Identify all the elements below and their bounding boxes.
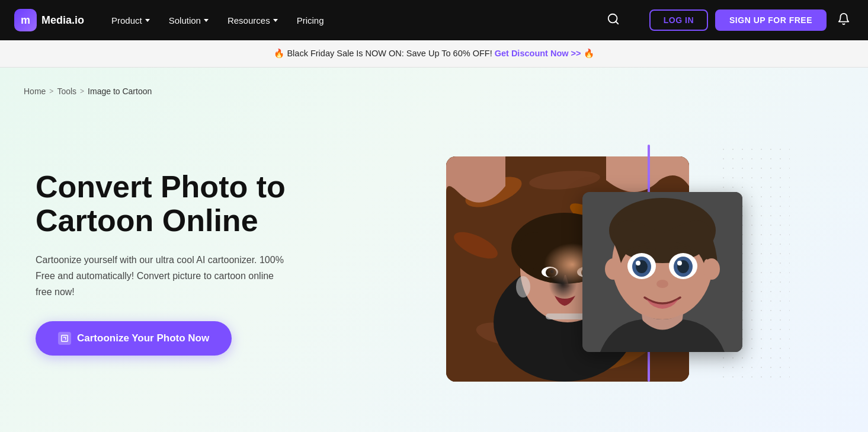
chevron-down-icon — [145, 19, 150, 22]
breadcrumb: Home > Tools > Image to Cartoon — [0, 77, 868, 105]
banner-cta-link[interactable]: Get Discount Now >> — [495, 49, 581, 58]
breadcrumb-home[interactable]: Home — [24, 87, 46, 96]
login-button[interactable]: LOG IN — [649, 9, 708, 31]
fire-icon-left: 🔥 — [274, 49, 284, 58]
svg-point-9 — [474, 318, 536, 350]
logo[interactable]: m Media.io — [14, 9, 84, 31]
chevron-down-icon — [204, 19, 209, 22]
svg-point-30 — [703, 258, 720, 280]
svg-point-39 — [656, 280, 668, 288]
cartoon-photo — [582, 192, 742, 352]
svg-rect-2 — [62, 335, 68, 342]
hero-image-area — [355, 139, 844, 388]
breadcrumb-separator-1: > — [49, 87, 53, 95]
promo-banner: 🔥 Black Friday Sale Is NOW ON: Save Up T… — [0, 40, 868, 68]
svg-point-24 — [516, 276, 530, 297]
nav-item-pricing[interactable]: Pricing — [289, 11, 332, 30]
svg-point-38 — [677, 261, 682, 265]
svg-point-13 — [508, 290, 561, 318]
nav-item-solution[interactable]: Solution — [161, 11, 217, 30]
page-title: Convert Photo to Cartoon Online — [36, 170, 332, 238]
breadcrumb-tools[interactable]: Tools — [57, 87, 76, 96]
hero-section: Convert Photo to Cartoon Online Cartooni… — [0, 105, 868, 432]
chevron-down-icon — [273, 19, 278, 22]
svg-point-29 — [605, 258, 622, 280]
svg-point-17 — [542, 267, 558, 277]
svg-point-6 — [528, 168, 600, 191]
nav-actions: LOG IN SIGN UP FOR FREE — [649, 9, 854, 32]
signup-button[interactable]: SIGN UP FOR FREE — [715, 9, 827, 31]
svg-point-7 — [450, 226, 501, 264]
fire-icon-right: 🔥 — [584, 49, 594, 58]
upload-icon — [58, 332, 71, 345]
banner-text: Black Friday Sale Is NOW ON: Save Up To … — [287, 49, 492, 58]
breadcrumb-current: Image to Cartoon — [88, 87, 152, 96]
breadcrumb-separator-2: > — [80, 87, 84, 95]
hero-left: Convert Photo to Cartoon Online Cartooni… — [36, 170, 332, 356]
svg-point-19 — [546, 268, 556, 277]
svg-point-37 — [636, 261, 640, 265]
bell-icon[interactable] — [834, 9, 854, 32]
navbar: m Media.io Product Solution Resources Pr… — [0, 0, 868, 40]
nav-item-product[interactable]: Product — [103, 11, 158, 30]
svg-point-4 — [462, 171, 526, 213]
logo-icon: m — [14, 9, 37, 31]
main-content: Home > Tools > Image to Cartoon Convert … — [0, 68, 868, 432]
search-icon[interactable] — [603, 9, 623, 32]
svg-line-1 — [616, 21, 618, 24]
image-comparison — [446, 145, 754, 382]
cartoonize-button[interactable]: Cartoonize Your Photo Now — [36, 321, 232, 356]
logo-text: Media.io — [41, 14, 84, 27]
svg-point-11 — [525, 352, 579, 376]
nav-items: Product Solution Resources Pricing — [103, 11, 584, 30]
nav-item-resources[interactable]: Resources — [219, 11, 286, 30]
svg-point-21 — [550, 270, 554, 273]
hero-description: Cartoonize yourself with our ultra cool … — [36, 252, 290, 300]
